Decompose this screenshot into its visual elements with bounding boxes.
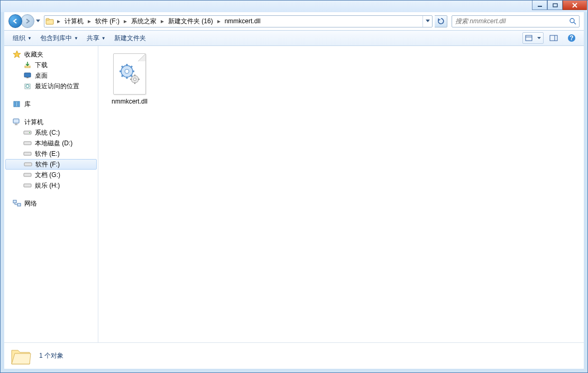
computer-label: 计算机: [24, 118, 43, 127]
chevron-right-icon[interactable]: ▸: [215, 16, 223, 27]
newfolder-label: 新建文件夹: [114, 34, 146, 43]
drive-label: 娱乐 (H:): [35, 181, 60, 190]
dll-file-icon: [113, 53, 146, 95]
computer-header[interactable]: 计算机: [4, 117, 98, 127]
include-in-library-menu[interactable]: 包含到库中▼: [36, 31, 82, 45]
breadcrumb-item[interactable]: 软件 (F:): [93, 17, 122, 26]
favorites-group: 收藏夹 下载 桌面 最近访问的位置: [4, 49, 98, 91]
share-label: 共享: [87, 34, 99, 43]
svg-line-40: [131, 66, 132, 68]
chevron-right-icon[interactable]: ▸: [55, 16, 62, 27]
computer-icon: [13, 118, 21, 126]
preview-pane-button[interactable]: [546, 32, 562, 44]
svg-line-39: [122, 75, 123, 77]
svg-rect-20: [13, 119, 19, 123]
explorer-window: ▸ 计算机▸ 软件 (F:)▸ 系统之家▸ 新建文件夹 (16)▸ nmmkce…: [0, 0, 588, 373]
drive-icon: [23, 181, 32, 190]
sidebar-item-drive-g[interactable]: 文档 (G:): [4, 170, 98, 180]
chevron-right-icon[interactable]: ▸: [122, 16, 129, 27]
libraries-group: 库: [4, 99, 98, 109]
svg-rect-1: [553, 4, 557, 7]
sidebar-item-drive-e[interactable]: 软件 (E:): [4, 148, 98, 159]
address-bar[interactable]: ▸ 计算机▸ 软件 (F:)▸ 系统之家▸ 新建文件夹 (16)▸ nmmkce…: [44, 15, 433, 27]
svg-point-32: [125, 69, 129, 73]
desktop-icon: [23, 71, 32, 80]
breadcrumb-item[interactable]: 系统之家: [129, 17, 159, 26]
drive-icon: [24, 160, 32, 169]
svg-rect-24: [24, 142, 31, 145]
search-box[interactable]: [452, 15, 580, 27]
svg-rect-25: [24, 152, 31, 155]
drive-icon: [23, 128, 32, 137]
svg-rect-17: [14, 101, 15, 107]
sidebar-item-desktop[interactable]: 桌面: [4, 70, 98, 81]
drive-label: 软件 (F:): [35, 160, 60, 169]
nav-history-dropdown[interactable]: [34, 16, 42, 26]
address-dropdown[interactable]: [422, 16, 432, 27]
folder-icon: [44, 17, 55, 25]
chevron-right-icon[interactable]: ▸: [86, 16, 93, 27]
sidebar-item-downloads[interactable]: 下载: [4, 60, 98, 70]
favorites-header[interactable]: 收藏夹: [4, 49, 98, 60]
file-list[interactable]: nmmkcert.dll: [98, 46, 584, 342]
minimize-button[interactable]: [532, 1, 547, 10]
network-group: 网络: [4, 198, 98, 209]
star-icon: [13, 50, 21, 59]
svg-rect-21: [15, 124, 17, 125]
svg-rect-3: [46, 18, 49, 20]
library-icon: [13, 100, 21, 108]
sidebar-item-drive-d[interactable]: 本地磁盘 (D:): [4, 138, 98, 148]
svg-rect-14: [26, 77, 29, 78]
search-icon[interactable]: [566, 17, 579, 25]
breadcrumb-item[interactable]: nmmkcert.dll: [223, 17, 263, 25]
close-button[interactable]: [563, 1, 587, 10]
chevron-down-icon: ▼: [74, 36, 78, 41]
share-menu[interactable]: 共享▼: [82, 31, 110, 45]
include-label: 包含到库中: [40, 34, 72, 43]
svg-rect-12: [25, 66, 30, 68]
drive-icon: [23, 150, 32, 158]
back-button[interactable]: [8, 14, 22, 28]
breadcrumb-item[interactable]: 计算机: [62, 17, 86, 26]
breadcrumb-item[interactable]: 新建文件夹 (16): [166, 17, 215, 26]
svg-rect-18: [16, 101, 17, 107]
search-input[interactable]: [452, 17, 566, 25]
svg-rect-30: [17, 203, 21, 206]
svg-rect-6: [526, 35, 532, 41]
svg-rect-29: [13, 200, 16, 203]
svg-rect-19: [18, 101, 20, 107]
network-header[interactable]: 网络: [4, 198, 98, 209]
view-options-button[interactable]: [522, 32, 544, 44]
file-item[interactable]: nmmkcert.dll: [106, 53, 153, 105]
new-folder-button[interactable]: 新建文件夹: [110, 31, 150, 45]
chevron-down-icon: ▼: [102, 36, 106, 41]
chevron-right-icon[interactable]: ▸: [159, 16, 166, 27]
maximize-button[interactable]: [547, 1, 563, 10]
forward-button[interactable]: [21, 14, 34, 28]
drive-label: 文档 (G:): [35, 171, 60, 180]
drive-icon: [23, 171, 32, 179]
sidebar-item-recent[interactable]: 最近访问的位置: [4, 81, 98, 91]
svg-text:?: ?: [569, 34, 573, 42]
organize-menu[interactable]: 组织▼: [8, 31, 36, 45]
drive-label: 本地磁盘 (D:): [35, 139, 72, 148]
title-bar: [1, 1, 587, 12]
desktop-label: 桌面: [35, 71, 48, 80]
svg-point-4: [570, 18, 574, 23]
libraries-header[interactable]: 库: [4, 99, 98, 109]
svg-line-37: [122, 66, 123, 68]
help-button[interactable]: ?: [564, 32, 580, 44]
details-pane: 1 个对象: [4, 342, 584, 369]
refresh-button[interactable]: [435, 15, 447, 27]
drive-label: 系统 (C:): [35, 128, 60, 137]
downloads-label: 下载: [35, 61, 48, 70]
drive-icon: [23, 139, 32, 147]
svg-point-23: [29, 132, 30, 133]
network-icon: [13, 199, 21, 208]
sidebar-item-drive-f[interactable]: 软件 (F:): [5, 159, 97, 170]
svg-line-5: [574, 22, 576, 24]
sidebar-item-drive-h[interactable]: 娱乐 (H:): [4, 180, 98, 191]
sidebar-item-drive-c[interactable]: 系统 (C:): [4, 127, 98, 138]
help-icon: ?: [567, 34, 576, 42]
nav-buttons: [8, 14, 42, 28]
